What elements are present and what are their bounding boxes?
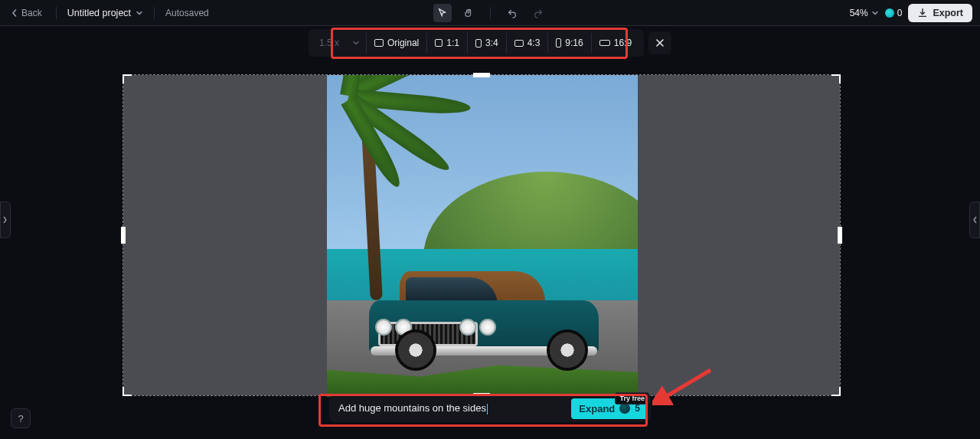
aspect-ratio-label: 16:9 (614, 38, 632, 48)
chevron-right-icon (3, 216, 8, 224)
autosaved-status: Autosaved (165, 8, 209, 18)
close-aspect-toolbar[interactable] (648, 31, 671, 54)
redo-button[interactable] (529, 4, 547, 22)
aspect-ratio-label: 1:1 (446, 38, 459, 48)
download-icon (917, 8, 928, 18)
source-image (327, 75, 638, 397)
credit-cost-icon (619, 403, 630, 414)
aspect-ratio-icon (514, 40, 524, 47)
prompt-input[interactable]: Add huge mountains on the sides (332, 398, 567, 419)
chevron-left-icon (972, 216, 977, 224)
chevron-left-icon (11, 9, 18, 17)
aspect-ratio-4-3[interactable]: 4:3 (507, 33, 549, 53)
aspect-ratio-original[interactable]: Original (367, 33, 427, 53)
expand-area-right (636, 75, 840, 395)
project-name-dropdown[interactable]: Untitled project (67, 8, 143, 18)
cursor-icon (437, 8, 448, 18)
aspect-ratio-label: Original (387, 38, 419, 48)
credit-icon (885, 8, 894, 18)
help-button[interactable]: ? (11, 408, 31, 428)
expand-cost: 5 (635, 403, 640, 414)
expand-button[interactable]: Expand 5 Try free (571, 398, 648, 419)
expand-area-left (123, 75, 327, 395)
chevron-down-icon (136, 9, 143, 17)
project-name: Untitled project (67, 8, 131, 18)
separator (490, 7, 491, 19)
back-label: Back (21, 8, 42, 18)
undo-button[interactable] (503, 4, 521, 22)
aspect-ratio-icon (599, 40, 610, 46)
aspect-ratio-label: 9:16 (565, 38, 583, 48)
separator (154, 7, 155, 19)
resize-handle-left[interactable] (121, 227, 126, 244)
chevron-down-icon (352, 39, 360, 47)
prompt-text: Add huge mountains on the sides (338, 402, 486, 414)
redo-icon (533, 8, 544, 18)
left-panel-toggle[interactable] (0, 201, 11, 238)
aspect-ratio-3-4[interactable]: 3:4 (468, 33, 507, 53)
try-free-badge: Try free (615, 392, 649, 405)
prompt-bar: Add huge mountains on the sides Expand 5… (329, 395, 651, 422)
close-icon (655, 38, 665, 48)
aspect-toolbar-wrap: 1.5 x Original1:13:44:39:1616:9 (309, 29, 671, 57)
aspect-ratio-16-9[interactable]: 16:9 (592, 33, 639, 53)
aspect-ratio-icon (475, 39, 482, 48)
resize-handle-right[interactable] (838, 227, 842, 244)
aspect-ratio-label: 3:4 (485, 38, 498, 48)
scale-value: 1.5 x (319, 38, 339, 48)
aspect-ratio-9-16[interactable]: 9:16 (548, 33, 591, 53)
expand-canvas[interactable] (122, 74, 841, 396)
hand-icon (463, 8, 474, 18)
credit-counter[interactable]: 0 (885, 8, 903, 18)
export-label: Export (933, 8, 963, 18)
aspect-toolbar: 1.5 x Original1:13:44:39:1616:9 (309, 29, 644, 57)
resize-handle-bl[interactable] (122, 387, 132, 396)
separator (56, 7, 57, 19)
resize-handle-top[interactable] (473, 73, 490, 77)
undo-icon (507, 8, 518, 18)
export-button[interactable]: Export (908, 4, 972, 22)
zoom-dropdown[interactable]: 54% (850, 8, 879, 18)
aspect-ratio-icon (374, 39, 384, 47)
aspect-ratio-icon (556, 38, 561, 48)
select-tool[interactable] (433, 4, 452, 22)
pan-tool[interactable] (459, 4, 478, 22)
resize-handle-br[interactable] (831, 387, 841, 396)
back-button[interactable]: Back (8, 6, 45, 20)
zoom-value: 54% (850, 8, 868, 18)
credit-value: 0 (897, 8, 903, 18)
aspect-ratio-1-1[interactable]: 1:1 (427, 33, 468, 53)
aspect-ratio-label: 4:3 (528, 38, 541, 48)
resize-handle-tr[interactable] (831, 74, 841, 84)
expand-label: Expand (579, 403, 615, 414)
aspect-ratio-icon (435, 39, 443, 47)
right-panel-toggle[interactable] (969, 201, 980, 238)
app-header: Back Untitled project Autosaved 54% (0, 0, 980, 26)
help-icon: ? (18, 413, 23, 424)
resize-handle-tl[interactable] (122, 74, 132, 84)
scale-dropdown[interactable]: 1.5 x (313, 33, 367, 53)
chevron-down-icon (871, 9, 879, 17)
